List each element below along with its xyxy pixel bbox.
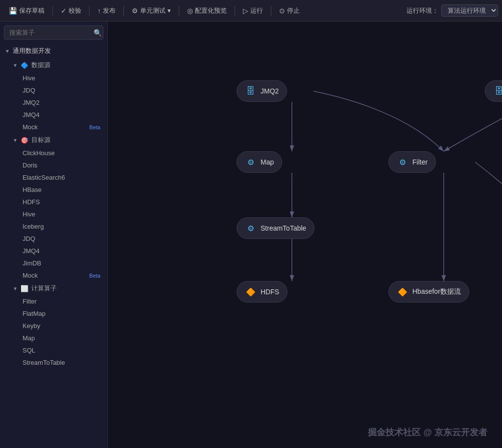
target-source-header[interactable]: ▼ 🎯 目标源 <box>8 133 107 147</box>
list-item[interactable]: FlatMap <box>8 307 107 320</box>
node-jmq2[interactable]: 🗄 JMQ2 <box>237 80 287 102</box>
list-item[interactable]: StreamToTable <box>8 356 107 369</box>
list-item[interactable]: JDQ <box>8 84 107 96</box>
stop-button[interactable]: ⊙ 停止 <box>274 4 305 17</box>
list-item[interactable]: ElasticSearch6 <box>8 171 107 184</box>
beta-badge: Beta <box>87 124 102 131</box>
arrow-jmq2-filter <box>313 91 444 151</box>
arrow-icon: ▼ <box>13 286 18 291</box>
canvas-area: 🗄 JMQ2 🗄 JDQ ⚙ Map ⚙ Filter ⚙ Map ⚙ Stre… <box>108 22 502 448</box>
datasource-icon: 🔷 <box>21 62 28 69</box>
arrow-filter-es <box>475 162 502 281</box>
data-source-group: ▼ 🔷 数据源 Hive JDQ JMQ2 JMQ4 Mock <box>8 58 107 369</box>
test-icon: ⚙ <box>132 7 138 15</box>
gear-icon: ⚙ <box>245 222 257 234</box>
list-item[interactable]: Iceberg <box>8 220 107 233</box>
list-item[interactable]: Map <box>8 332 107 344</box>
node-hbasefor[interactable]: 🔶 Hbasefor数据流 <box>388 281 469 303</box>
watermark: 掘金技术社区 @ 京东云开发者 <box>368 426 487 438</box>
sink-icon: 🔶 <box>397 286 408 298</box>
arrow-jdq-filter <box>444 102 502 151</box>
list-item[interactable]: Mock Beta <box>8 121 107 133</box>
list-item[interactable]: JMQ2 <box>8 96 107 109</box>
gear-icon: ⚙ <box>245 156 257 168</box>
list-item[interactable]: Doris <box>8 159 107 171</box>
separator <box>123 6 124 16</box>
list-item[interactable]: Hive <box>8 208 107 220</box>
list-item[interactable]: Hive <box>8 72 107 84</box>
list-item[interactable]: JMQ4 <box>8 109 107 121</box>
search-icon[interactable]: 🔍 <box>94 29 102 37</box>
separator <box>89 6 90 16</box>
arrow-icon: ▼ <box>5 48 10 54</box>
node-jdq[interactable]: 🗄 JDQ <box>485 80 502 102</box>
list-item[interactable]: HBase <box>8 184 107 196</box>
publish-button[interactable]: ↑ 发布 <box>93 4 120 17</box>
list-item[interactable]: JimDB <box>8 257 107 269</box>
list-item[interactable]: ClickHouse <box>8 147 107 159</box>
list-item[interactable]: HDFS <box>8 196 107 208</box>
unit-test-button[interactable]: ⚙ 单元测试 ▾ <box>127 4 176 17</box>
targetsource-icon: 🎯 <box>21 137 28 144</box>
compute-operator-header[interactable]: ▼ ⬜ 计算算子 <box>8 282 107 295</box>
node-stream1[interactable]: ⚙ StreamToTable <box>237 217 314 239</box>
list-item[interactable]: Filter <box>8 295 107 307</box>
separator <box>179 6 179 16</box>
eye-icon: ◎ <box>187 7 193 15</box>
separator <box>52 6 53 16</box>
list-item[interactable]: SQL <box>8 344 107 356</box>
beta-badge: Beta <box>87 272 102 279</box>
upload-icon: ↑ <box>97 7 101 15</box>
group-general-dev[interactable]: ▼ 通用数据开发 <box>0 44 107 58</box>
list-item[interactable]: Keyby <box>8 320 107 332</box>
tree-section: ▼ 通用数据开发 ▼ 🔷 数据源 Hive JDQ JMQ2 <box>0 44 107 371</box>
save-draft-button[interactable]: 💾 保存草稿 <box>4 4 49 17</box>
search-box: 🔍 <box>4 25 103 40</box>
save-icon: 💾 <box>9 7 17 15</box>
config-preview-button[interactable]: ◎ 配置化预览 <box>182 4 232 17</box>
run-button[interactable]: ▷ 运行 <box>238 4 268 17</box>
env-dropdown[interactable]: 算法运行环境 <box>441 4 498 17</box>
db-icon: 🗄 <box>245 85 257 97</box>
validate-button[interactable]: ✓ 校验 <box>56 4 86 17</box>
arrow-icon: ▼ <box>13 63 18 68</box>
datasource-header[interactable]: ▼ 🔷 数据源 <box>8 58 107 72</box>
main-layout: 🔍 ▼ 通用数据开发 ▼ 🔷 数据源 Hive JDQ <box>0 22 502 448</box>
check-icon: ✓ <box>61 7 67 15</box>
toolbar: 💾 保存草稿 ✓ 校验 ↑ 发布 ⚙ 单元测试 ▾ ◎ 配置化预览 ▷ 运行 ⊙… <box>0 0 502 22</box>
arrow-icon: ▼ <box>13 138 18 143</box>
search-input[interactable] <box>7 26 94 39</box>
list-item[interactable]: Mock Beta <box>8 269 107 282</box>
sink-icon: 🔶 <box>245 286 257 298</box>
separator <box>271 6 271 16</box>
list-item[interactable]: JDQ <box>8 233 107 245</box>
node-hdfs[interactable]: 🔶 HDFS <box>237 281 287 303</box>
sidebar: 🔍 ▼ 通用数据开发 ▼ 🔷 数据源 Hive JDQ <box>0 22 108 448</box>
env-selector: 运行环境： 算法运行环境 <box>406 4 498 17</box>
separator <box>235 6 235 16</box>
play-icon: ▷ <box>243 7 248 15</box>
db-icon: 🗄 <box>493 85 502 97</box>
compute-icon: ⬜ <box>21 285 28 292</box>
stop-icon: ⊙ <box>279 7 285 15</box>
node-map1[interactable]: ⚙ Map <box>237 151 282 173</box>
list-item[interactable]: JMQ4 <box>8 245 107 257</box>
node-filter1[interactable]: ⚙ Filter <box>388 151 436 173</box>
gear-icon: ⚙ <box>397 156 408 168</box>
